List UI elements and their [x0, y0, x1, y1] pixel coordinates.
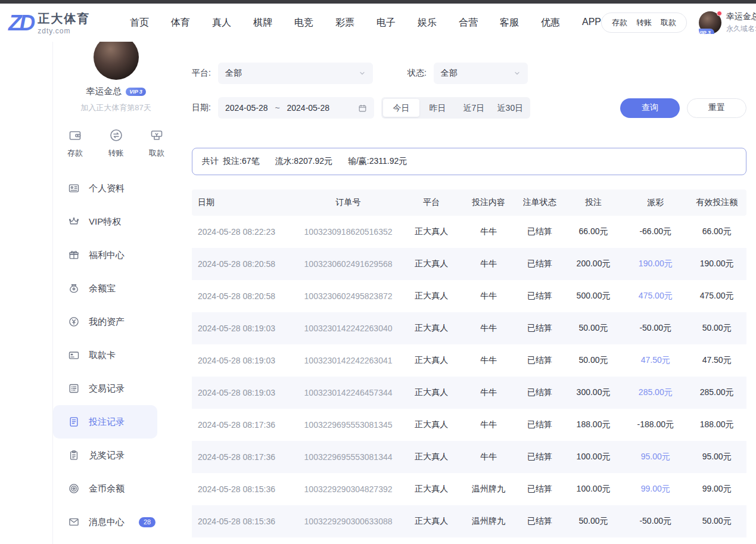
calendar-icon: [358, 104, 367, 113]
sidebar-item-我的资产[interactable]: 我的资产: [53, 305, 157, 338]
cell-platform: 正大真人: [402, 355, 461, 366]
nav-item-电竞[interactable]: 电竞: [294, 17, 313, 29]
sidebar-item-余额宝[interactable]: 余额宝: [53, 272, 157, 305]
date-quick-range: 今日昨日近7日近30日: [381, 97, 530, 119]
bank-card-icon: [68, 349, 80, 361]
sidebar-item-个人资料[interactable]: 个人资料: [53, 172, 157, 205]
cell-date: 2024-05-28 08:17:36: [192, 452, 294, 462]
cell-platform: 正大真人: [402, 323, 461, 334]
cell-bet: 50.00元: [563, 516, 624, 527]
summary-bet-count: 投注:67笔: [223, 156, 259, 167]
sidebar-item-label: 余额宝: [89, 283, 116, 294]
sidebar-item-VIP特权[interactable]: VIP特权: [53, 205, 157, 238]
sidebar-item-交易记录[interactable]: 交易记录: [53, 372, 157, 405]
column-header-注单状态: 注单状态: [517, 197, 563, 208]
header-quick-取款[interactable]: 取款: [661, 17, 676, 28]
cell-date: 2024-05-28 08:22:23: [192, 227, 294, 237]
nav-item-首页[interactable]: 首页: [130, 17, 149, 29]
header-username: 幸运金总总: [726, 11, 756, 22]
gift-icon: [68, 249, 80, 261]
sidebar-item-label: 投注记录: [89, 416, 125, 428]
nav-item-彩票[interactable]: 彩票: [335, 17, 354, 29]
nav-item-电子[interactable]: 电子: [377, 17, 396, 29]
cell-order: 1003230142246457344: [294, 388, 402, 397]
sidebar: 幸运金总 VIP 3 加入正大体育第87天 存款转账取款 个人资料VIP特权福利…: [52, 42, 179, 544]
cell-status: 已结算: [517, 452, 563, 462]
cell-status: 已结算: [517, 419, 563, 430]
cell-valid: 50.00元: [687, 516, 746, 527]
transfer-icon: [109, 128, 123, 145]
sidebar-menu: 个人资料VIP特权福利中心余额宝我的资产取款卡交易记录投注记录兑奖记录金币余额消…: [53, 172, 179, 544]
join-days-text: 加入正大体育第87天: [53, 102, 179, 113]
search-button[interactable]: 查询: [620, 98, 680, 118]
nav-item-体育[interactable]: 体育: [171, 17, 190, 29]
sidebar-item-意见反馈[interactable]: 意见反馈: [53, 539, 157, 544]
sidebar-item-消息中心[interactable]: 消息中心28: [53, 505, 157, 539]
sidebar-item-投注记录[interactable]: 投注记录: [53, 405, 157, 439]
range-tab-近30日[interactable]: 近30日: [492, 99, 528, 117]
cell-payout: -50.00元: [624, 516, 687, 527]
header-user[interactable]: VIP 3 幸运金总总 永久域名: zdty: [699, 11, 756, 34]
range-tab-今日[interactable]: 今日: [383, 99, 419, 117]
filter-row-2: 日期: 2024-05-28 ~ 2024-05-28 今日昨日近7日近30日 …: [192, 97, 746, 119]
sidebar-item-福利中心[interactable]: 福利中心: [53, 238, 157, 272]
cell-valid: 95.00元: [687, 452, 746, 462]
withdraw-icon: [150, 128, 164, 145]
cell-bet: 100.00元: [563, 484, 624, 495]
header-quick-转账[interactable]: 转账: [636, 17, 652, 28]
profile-name: 幸运金总: [86, 86, 122, 97]
crown-icon: [68, 216, 80, 228]
cell-status: 已结算: [517, 484, 563, 495]
date-range-input[interactable]: 2024-05-28 ~ 2024-05-28: [218, 97, 374, 119]
site-logo[interactable]: ZD 正大体育 zdty.com: [8, 11, 114, 35]
nav-item-真人[interactable]: 真人: [212, 17, 231, 29]
cell-bet: 500.00元: [563, 291, 624, 301]
wallet-quick-actions: 存款转账取款: [601, 13, 687, 33]
nav-item-优惠[interactable]: 优惠: [541, 17, 560, 29]
status-select[interactable]: 全部: [434, 63, 528, 84]
deposit-wallet-icon: [68, 128, 82, 145]
nav-item-APP[interactable]: APP: [582, 17, 601, 29]
chevron-down-icon: [514, 70, 521, 77]
cell-payout: 190.00元: [624, 259, 687, 269]
quick-action-存款[interactable]: 存款: [67, 128, 83, 158]
platform-select[interactable]: 全部: [218, 63, 373, 84]
reset-button[interactable]: 重置: [687, 98, 746, 118]
cell-platform: 正大真人: [402, 291, 461, 301]
cell-content: 牛牛: [461, 355, 517, 366]
cell-valid: 99.00元: [687, 484, 746, 495]
cell-platform: 正大真人: [402, 419, 461, 430]
nav-item-合营[interactable]: 合营: [459, 17, 478, 29]
cell-content: 牛牛: [461, 419, 517, 430]
cell-bet: 66.00元: [563, 226, 624, 237]
sidebar-item-金币余额[interactable]: 金币余额: [53, 472, 157, 505]
notification-dot: [717, 11, 722, 16]
sidebar-item-兑奖记录[interactable]: 兑奖记录: [53, 439, 157, 472]
quick-action-转账[interactable]: 转账: [108, 128, 124, 158]
cell-payout: -50.00元: [624, 323, 687, 334]
cell-date: 2024-05-28 08:17:36: [192, 420, 294, 430]
nav-item-娱乐[interactable]: 娱乐: [418, 17, 437, 29]
sidebar-item-取款卡[interactable]: 取款卡: [53, 338, 157, 372]
cell-platform: 正大真人: [402, 516, 461, 527]
cell-date: 2024-05-28 08:19:03: [192, 324, 294, 333]
cell-platform: 正大真人: [402, 226, 461, 237]
range-tab-近7日[interactable]: 近7日: [456, 99, 492, 117]
nav-item-客服[interactable]: 客服: [500, 17, 519, 29]
cell-order: 1003230918620516352: [294, 227, 402, 237]
cell-bet: 50.00元: [563, 355, 624, 366]
quick-action-取款[interactable]: 取款: [149, 128, 164, 158]
sidebar-item-label: VIP特权: [89, 216, 121, 228]
transaction-list-icon: [68, 383, 80, 394]
range-tab-昨日[interactable]: 昨日: [419, 99, 456, 117]
header-quick-存款[interactable]: 存款: [612, 17, 627, 28]
nav-item-棋牌[interactable]: 棋牌: [253, 17, 272, 29]
sidebar-item-label: 金币余额: [89, 483, 125, 495]
cell-payout: 285.00元: [624, 387, 687, 398]
logo-zd-mark: ZD: [8, 12, 33, 34]
cell-date: 2024-05-28 08:15:36: [192, 517, 294, 526]
cell-bet: 100.00元: [563, 452, 624, 462]
cell-status: 已结算: [517, 259, 563, 269]
cell-payout: -66.00元: [624, 226, 687, 237]
sidebar-item-label: 消息中心: [89, 517, 125, 528]
